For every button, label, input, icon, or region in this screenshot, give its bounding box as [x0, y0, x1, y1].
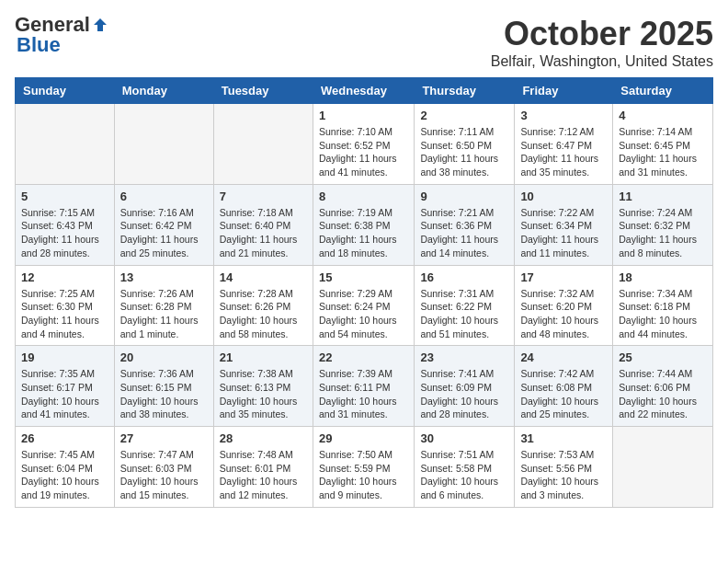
day-number: 6: [120, 190, 208, 203]
day-info: Sunrise: 7:18 AMSunset: 6:40 PMDaylight:…: [220, 206, 307, 260]
calendar-cell: 18Sunrise: 7:34 AMSunset: 6:18 PMDayligh…: [613, 265, 713, 346]
day-info: Sunrise: 7:25 AMSunset: 6:30 PMDaylight:…: [21, 287, 108, 341]
calendar-cell: 25Sunrise: 7:44 AMSunset: 6:06 PMDayligh…: [613, 346, 713, 427]
calendar-cell: 17Sunrise: 7:32 AMSunset: 6:20 PMDayligh…: [515, 265, 613, 346]
day-info: Sunrise: 7:42 AMSunset: 6:08 PMDaylight:…: [520, 367, 607, 421]
day-info: Sunrise: 7:29 AMSunset: 6:24 PMDaylight:…: [319, 287, 408, 341]
calendar-cell: 23Sunrise: 7:41 AMSunset: 6:09 PMDayligh…: [415, 346, 515, 427]
day-info: Sunrise: 7:44 AMSunset: 6:06 PMDaylight:…: [619, 367, 707, 421]
day-info: Sunrise: 7:16 AMSunset: 6:42 PMDaylight:…: [120, 206, 208, 260]
day-number: 27: [120, 431, 208, 445]
weekday-header: Wednesday: [313, 78, 414, 104]
day-info: Sunrise: 7:36 AMSunset: 6:15 PMDaylight:…: [120, 367, 208, 421]
day-number: 30: [420, 431, 508, 445]
calendar-cell: 9Sunrise: 7:21 AMSunset: 6:36 PMDaylight…: [415, 184, 515, 265]
day-number: 15: [319, 270, 408, 284]
calendar-cell: 11Sunrise: 7:24 AMSunset: 6:32 PMDayligh…: [613, 184, 713, 265]
title-area: October 2025 Belfair, Washington, United…: [491, 15, 713, 70]
day-number: 11: [619, 190, 707, 203]
calendar-cell: 29Sunrise: 7:50 AMSunset: 5:59 PMDayligh…: [313, 427, 414, 508]
weekday-header: Tuesday: [213, 78, 313, 104]
logo: General Blue: [15, 15, 108, 55]
day-info: Sunrise: 7:24 AMSunset: 6:32 PMDaylight:…: [619, 206, 707, 260]
day-number: 17: [520, 270, 607, 284]
calendar-cell: 4Sunrise: 7:14 AMSunset: 6:45 PMDaylight…: [613, 104, 713, 185]
day-number: 14: [220, 270, 307, 284]
calendar-cell: 14Sunrise: 7:28 AMSunset: 6:26 PMDayligh…: [213, 265, 313, 346]
day-info: Sunrise: 7:38 AMSunset: 6:13 PMDaylight:…: [220, 367, 307, 421]
logo-icon: [92, 17, 108, 33]
day-number: 26: [21, 431, 108, 445]
calendar-week-row: 5Sunrise: 7:15 AMSunset: 6:43 PMDaylight…: [16, 184, 713, 265]
calendar-week-row: 19Sunrise: 7:35 AMSunset: 6:17 PMDayligh…: [16, 346, 713, 427]
day-info: Sunrise: 7:19 AMSunset: 6:38 PMDaylight:…: [319, 206, 408, 260]
day-number: 2: [420, 109, 508, 122]
day-info: Sunrise: 7:34 AMSunset: 6:18 PMDaylight:…: [619, 287, 707, 341]
calendar-cell: 3Sunrise: 7:12 AMSunset: 6:47 PMDaylight…: [515, 104, 613, 185]
day-info: Sunrise: 7:39 AMSunset: 6:11 PMDaylight:…: [319, 367, 408, 421]
logo-general: General: [15, 15, 90, 35]
day-number: 22: [319, 350, 408, 364]
calendar-cell: 19Sunrise: 7:35 AMSunset: 6:17 PMDayligh…: [16, 346, 115, 427]
day-info: Sunrise: 7:21 AMSunset: 6:36 PMDaylight:…: [420, 206, 508, 260]
calendar-cell: 20Sunrise: 7:36 AMSunset: 6:15 PMDayligh…: [114, 346, 213, 427]
calendar-week-row: 12Sunrise: 7:25 AMSunset: 6:30 PMDayligh…: [16, 265, 713, 346]
day-number: 5: [21, 190, 108, 203]
day-info: Sunrise: 7:53 AMSunset: 5:56 PMDaylight:…: [520, 448, 607, 502]
calendar-cell: [16, 104, 115, 185]
calendar-cell: 27Sunrise: 7:47 AMSunset: 6:03 PMDayligh…: [114, 427, 213, 508]
day-number: 23: [420, 350, 508, 364]
day-info: Sunrise: 7:14 AMSunset: 6:45 PMDaylight:…: [619, 125, 707, 179]
day-number: 12: [21, 270, 108, 284]
weekday-header: Monday: [114, 78, 213, 104]
calendar-table: SundayMondayTuesdayWednesdayThursdayFrid…: [15, 77, 713, 508]
calendar-cell: 21Sunrise: 7:38 AMSunset: 6:13 PMDayligh…: [213, 346, 313, 427]
calendar-cell: 1Sunrise: 7:10 AMSunset: 6:52 PMDaylight…: [313, 104, 414, 185]
day-number: 10: [520, 190, 607, 203]
day-number: 3: [520, 109, 607, 122]
calendar-cell: 6Sunrise: 7:16 AMSunset: 6:42 PMDaylight…: [114, 184, 213, 265]
day-number: 21: [220, 350, 307, 364]
day-info: Sunrise: 7:45 AMSunset: 6:04 PMDaylight:…: [21, 448, 108, 502]
calendar-week-row: 26Sunrise: 7:45 AMSunset: 6:04 PMDayligh…: [16, 427, 713, 508]
day-number: 16: [420, 270, 508, 284]
weekday-header: Thursday: [415, 78, 515, 104]
calendar-cell: 13Sunrise: 7:26 AMSunset: 6:28 PMDayligh…: [114, 265, 213, 346]
calendar-cell: 2Sunrise: 7:11 AMSunset: 6:50 PMDaylight…: [415, 104, 515, 185]
calendar-header-row: SundayMondayTuesdayWednesdayThursdayFrid…: [16, 78, 713, 104]
day-number: 28: [220, 431, 307, 445]
day-number: 7: [220, 190, 307, 203]
day-info: Sunrise: 7:47 AMSunset: 6:03 PMDaylight:…: [120, 448, 208, 502]
day-info: Sunrise: 7:11 AMSunset: 6:50 PMDaylight:…: [420, 125, 508, 179]
day-number: 8: [319, 190, 408, 203]
day-number: 31: [520, 431, 607, 445]
day-number: 24: [520, 350, 607, 364]
day-info: Sunrise: 7:35 AMSunset: 6:17 PMDaylight:…: [21, 367, 108, 421]
calendar-cell: [613, 427, 713, 508]
calendar-cell: 15Sunrise: 7:29 AMSunset: 6:24 PMDayligh…: [313, 265, 414, 346]
day-number: 18: [619, 270, 707, 284]
svg-marker-0: [94, 18, 107, 31]
day-number: 1: [319, 109, 408, 122]
calendar-cell: 8Sunrise: 7:19 AMSunset: 6:38 PMDaylight…: [313, 184, 414, 265]
day-number: 20: [120, 350, 208, 364]
calendar-cell: 12Sunrise: 7:25 AMSunset: 6:30 PMDayligh…: [16, 265, 115, 346]
day-info: Sunrise: 7:32 AMSunset: 6:20 PMDaylight:…: [520, 287, 607, 341]
day-info: Sunrise: 7:41 AMSunset: 6:09 PMDaylight:…: [420, 367, 508, 421]
day-number: 25: [619, 350, 707, 364]
month-title: October 2025: [491, 15, 713, 53]
logo-blue: Blue: [17, 35, 61, 55]
weekday-header: Saturday: [613, 78, 713, 104]
weekday-header: Sunday: [16, 78, 115, 104]
day-info: Sunrise: 7:28 AMSunset: 6:26 PMDaylight:…: [220, 287, 307, 341]
day-number: 13: [120, 270, 208, 284]
calendar-cell: 28Sunrise: 7:48 AMSunset: 6:01 PMDayligh…: [213, 427, 313, 508]
day-info: Sunrise: 7:10 AMSunset: 6:52 PMDaylight:…: [319, 125, 408, 179]
day-number: 4: [619, 109, 707, 122]
location-title: Belfair, Washington, United States: [491, 53, 713, 70]
calendar-cell: 30Sunrise: 7:51 AMSunset: 5:58 PMDayligh…: [415, 427, 515, 508]
header: General Blue October 2025 Belfair, Washi…: [15, 15, 713, 70]
calendar-cell: [114, 104, 213, 185]
day-info: Sunrise: 7:50 AMSunset: 5:59 PMDaylight:…: [319, 448, 408, 502]
day-info: Sunrise: 7:15 AMSunset: 6:43 PMDaylight:…: [21, 206, 108, 260]
